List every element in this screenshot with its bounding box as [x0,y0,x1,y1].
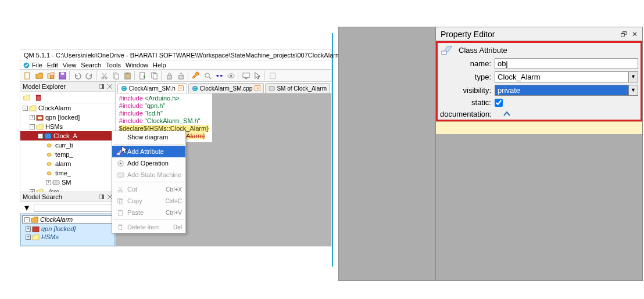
menu-search[interactable]: Search [81,62,101,69]
chevron-up-icon[interactable] [502,109,512,118]
search-result-qpn[interactable]: + qpn [locked] [21,225,115,233]
menu-file[interactable]: File [32,62,42,69]
tree-expand-icon[interactable]: + [26,235,31,240]
search-result-label: HSMs [41,233,59,240]
notes-strip[interactable] [436,121,642,134]
menu-window[interactable]: Window [126,62,148,69]
menu-edit[interactable]: Edit [47,62,58,69]
field-name: name: obj [438,57,641,70]
menu-tools[interactable]: Tools [106,62,121,69]
links-icon[interactable] [213,70,225,81]
page-copy-icon[interactable] [148,70,160,81]
svg-point-48 [119,162,121,164]
tree-item-src[interactable]: + ../src [20,187,115,192]
tree-expand-icon[interactable]: - [30,124,35,129]
checkbox-static[interactable] [495,99,503,107]
tree-expand-icon[interactable]: + [30,115,35,120]
dropdown-type-icon[interactable]: ▼ [629,71,638,82]
eye-icon[interactable] [225,70,237,81]
svg-point-36 [47,171,51,175]
tree-item-curr[interactable]: curr_ti [20,141,115,150]
toolbar-paste[interactable] [121,70,133,81]
tab-clockalarm-h[interactable]: C ClockAlarm_SM.h × [117,83,187,93]
tree-item-timemode[interactable]: time_ [20,168,115,178]
toolbar-undo[interactable] [71,70,83,81]
page-add-icon[interactable] [137,70,148,81]
dock-icon[interactable]: 🗗 [620,30,627,38]
package-icon [32,225,40,232]
svg-text:C: C [194,86,197,91]
toolbar-redo[interactable] [83,70,95,81]
toolbar-cut[interactable] [98,70,110,81]
cut-icon [116,185,125,193]
tab-label: SM of Clock_Alarm [277,85,327,92]
ctx-show-diagram[interactable]: Show diagram [112,131,185,143]
panel-close-icon[interactable] [107,84,113,89]
ctx-label: Paste [127,209,144,216]
svg-rect-23 [242,73,249,77]
panel-dock-icon[interactable] [99,194,105,200]
wrench-icon[interactable] [190,70,202,81]
search-input[interactable] [34,204,113,212]
toolbar-last[interactable] [267,70,278,81]
field-static: static: [438,97,641,108]
screen-icon[interactable] [240,70,252,81]
select-visibility[interactable]: private [495,85,629,96]
tree-item-temp[interactable]: temp_ [20,150,115,159]
dropdown-visibility-icon[interactable]: ▼ [629,85,638,96]
property-editor-window: Property Editor 🗗 ✕ Class Attribute name… [338,27,643,281]
tab-sm-diagram[interactable]: SM of Clock_Alarm [265,83,330,93]
close-icon[interactable]: ✕ [632,30,638,38]
unlock-icon[interactable] [175,70,187,81]
cursor-arrow-icon[interactable] [252,70,263,81]
tree-label: time_ [55,170,71,176]
input-name[interactable]: obj [495,58,638,69]
menu-view[interactable]: View [63,62,77,69]
attribute-icon [46,170,53,176]
toolbar-new[interactable] [22,70,33,81]
search-selected-row[interactable]: - ClockAlarm [22,215,113,224]
folder-tree-icon[interactable] [45,70,56,81]
toolbar-save[interactable] [56,70,68,81]
tab-close-icon[interactable]: × [255,85,260,91]
tab-clockalarm-cpp[interactable]: C ClockAlarm_SM.cpp × [188,83,264,93]
ctx-separator [113,219,184,220]
copy-icon [116,197,125,205]
tree-item-hsms[interactable]: - HSMs [20,122,115,131]
zoom-icon[interactable] [202,70,213,81]
folder-icon [29,105,37,111]
menu-help[interactable]: Help [153,62,166,69]
property-editor-body: Class Attribute name: obj type: Clock_Al… [436,41,642,121]
tree-item-qpn[interactable]: + qpn [locked] [20,113,115,122]
tree-root[interactable]: - ClockAlarm [20,103,115,113]
ctx-add-attribute[interactable]: Add Attribute [112,146,185,157]
search-dropdown[interactable]: ▾ [22,203,31,212]
toolbar-open[interactable] [33,70,45,81]
tree-item-clock-alarm[interactable]: - Clock_A [20,131,115,141]
tab-close-icon[interactable]: × [178,85,184,91]
explorer-new-folder[interactable] [22,93,31,102]
panel-dock-icon[interactable] [99,84,105,89]
tree-item-alarm[interactable]: alarm [20,159,115,168]
ctx-label: Add State Machine [127,171,181,178]
tree-expand-icon[interactable]: - [38,134,43,139]
svg-rect-32 [45,133,51,138]
explorer-delete[interactable] [34,93,43,102]
toolbar-copy[interactable] [110,70,121,81]
search-result-hsms[interactable]: + HSMs [21,233,115,241]
ctx-paste: Paste Ctrl+V [112,207,185,218]
input-type[interactable]: Clock_Alarm [495,71,629,82]
search-mini-toolbar: ▾ [20,202,115,214]
tree-expand-icon[interactable]: - [23,106,28,111]
tree-expand-icon[interactable]: + [26,226,31,232]
lock-icon[interactable] [163,70,175,81]
model-search-title: Model Search [23,193,62,200]
model-tree[interactable]: - ClockAlarm + qpn [locked] - HSMs - [20,103,115,192]
svg-rect-15 [153,73,157,78]
ctx-add-operation[interactable]: Add Operation [112,157,185,169]
tree-expand-icon[interactable]: + [46,180,51,185]
tree-item-sm[interactable]: + SM [20,178,115,187]
tree-expand-icon[interactable]: - [24,217,30,222]
field-documentation: documentation: [438,108,641,120]
sm-icon [52,179,60,186]
